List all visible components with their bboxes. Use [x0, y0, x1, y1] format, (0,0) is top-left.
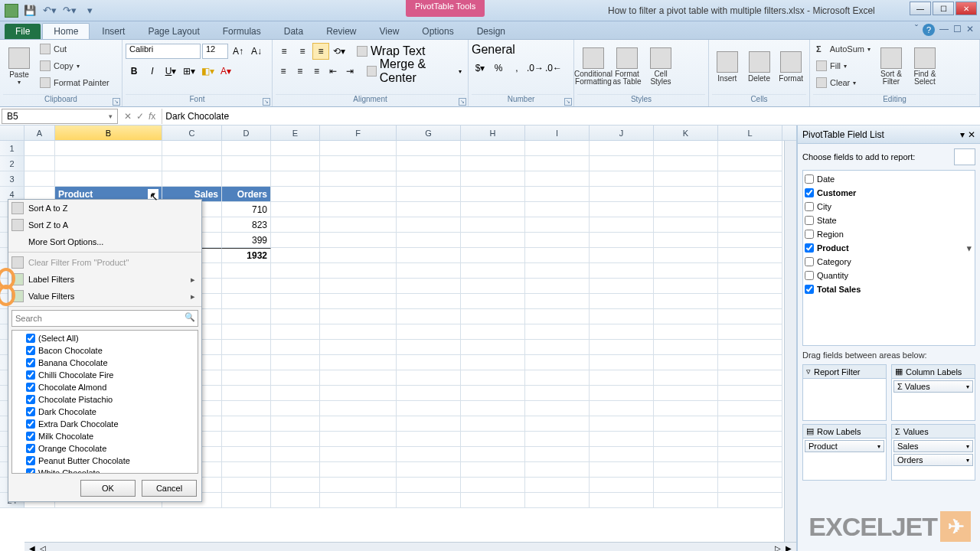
- format-painter-button[interactable]: Format Painter: [37, 75, 113, 90]
- cell[interactable]: [320, 156, 397, 171]
- cell[interactable]: [320, 309, 397, 324]
- cell[interactable]: [222, 309, 271, 324]
- align-top-icon[interactable]: ≡: [276, 43, 292, 60]
- cell[interactable]: [525, 279, 590, 294]
- cell[interactable]: [718, 248, 782, 263]
- cell[interactable]: [654, 294, 718, 309]
- find-select-button[interactable]: Find & Select: [909, 41, 941, 92]
- cell[interactable]: [271, 493, 320, 508]
- field-list[interactable]: DateCustomerCityStateRegionProduct▾Categ…: [802, 170, 975, 346]
- cell[interactable]: [461, 355, 525, 370]
- comma-format-icon[interactable]: ,: [508, 60, 525, 77]
- field-checkbox[interactable]: [805, 257, 814, 266]
- cell[interactable]: [320, 401, 397, 416]
- cell[interactable]: [590, 171, 654, 187]
- align-right-icon[interactable]: ≡: [309, 63, 325, 80]
- cell[interactable]: [590, 416, 654, 432]
- cell[interactable]: [397, 386, 461, 401]
- cell[interactable]: [397, 141, 461, 156]
- cell[interactable]: [320, 386, 397, 401]
- cell[interactable]: [718, 171, 782, 187]
- cell[interactable]: [320, 233, 397, 248]
- field-list-dropdown-icon[interactable]: ▾: [960, 129, 965, 140]
- minimize-button[interactable]: —: [910, 2, 931, 15]
- tab-home[interactable]: Home: [42, 23, 90, 39]
- cell[interactable]: 823: [222, 217, 271, 233]
- column-header-K[interactable]: K: [654, 126, 718, 140]
- cell[interactable]: [654, 416, 718, 432]
- cell[interactable]: 1932: [222, 248, 271, 263]
- select-all-cell[interactable]: [0, 126, 24, 140]
- decrease-decimal-icon[interactable]: .0←: [545, 60, 562, 77]
- cell[interactable]: [590, 294, 654, 309]
- align-left-icon[interactable]: ≡: [276, 63, 291, 80]
- cell[interactable]: [525, 478, 590, 493]
- cell[interactable]: [525, 263, 590, 279]
- cell[interactable]: [590, 324, 654, 340]
- cell[interactable]: [24, 156, 55, 171]
- cell[interactable]: [461, 340, 525, 355]
- cell[interactable]: [525, 493, 590, 508]
- filter-item[interactable]: Orange Chocolate: [14, 442, 196, 455]
- field-city[interactable]: City: [805, 200, 973, 214]
- cell[interactable]: [654, 233, 718, 248]
- increase-font-icon[interactable]: A↑: [230, 43, 247, 60]
- cell[interactable]: [654, 187, 718, 202]
- cell[interactable]: [525, 340, 590, 355]
- sort-za-item[interactable]: Sort Z to A: [8, 217, 201, 233]
- fill-button[interactable]: Fill▾: [813, 58, 874, 73]
- values-dropzone[interactable]: Sales▾Orders▾: [891, 438, 975, 481]
- number-dialog-launcher[interactable]: ↘: [564, 98, 572, 106]
- field-checkbox[interactable]: [805, 285, 814, 294]
- font-name-combo[interactable]: Calibri: [126, 44, 201, 59]
- cell[interactable]: [320, 478, 397, 493]
- cell[interactable]: [461, 432, 525, 447]
- cell[interactable]: [654, 141, 718, 156]
- cell[interactable]: [271, 416, 320, 432]
- cell[interactable]: [718, 493, 782, 508]
- cell[interactable]: [718, 478, 782, 493]
- field-quantity[interactable]: Quantity: [805, 269, 973, 282]
- cell[interactable]: [320, 279, 397, 294]
- column-header-D[interactable]: D: [222, 126, 271, 140]
- decrease-indent-icon[interactable]: ⇤: [325, 63, 341, 80]
- cell[interactable]: [654, 279, 718, 294]
- filter-item-checkbox[interactable]: [26, 444, 35, 453]
- filter-item-checkbox[interactable]: [26, 456, 35, 465]
- cell[interactable]: [397, 156, 461, 171]
- merge-center-button[interactable]: Merge & Center▾: [364, 64, 465, 79]
- cell[interactable]: [525, 141, 590, 156]
- cell[interactable]: [590, 141, 654, 156]
- cell[interactable]: [590, 248, 654, 263]
- cell[interactable]: [525, 401, 590, 416]
- field-customer[interactable]: Customer: [805, 186, 973, 200]
- cell[interactable]: [24, 171, 55, 187]
- cell[interactable]: [718, 309, 782, 324]
- cell[interactable]: [718, 340, 782, 355]
- cell[interactable]: [461, 187, 525, 202]
- cell[interactable]: [461, 233, 525, 248]
- column-pill-values[interactable]: Σ Values▾: [893, 380, 973, 393]
- cell[interactable]: [590, 447, 654, 462]
- column-header-B[interactable]: B: [55, 126, 162, 140]
- filter-item-checkbox[interactable]: [26, 334, 35, 343]
- field-list-close-icon[interactable]: ✕: [968, 129, 975, 140]
- filter-item-checkbox[interactable]: [26, 468, 35, 474]
- cell[interactable]: [654, 370, 718, 386]
- filter-item-checkbox[interactable]: [26, 395, 35, 404]
- field-checkbox[interactable]: [805, 271, 814, 280]
- cell[interactable]: [461, 416, 525, 432]
- cancel-formula-icon[interactable]: ✕: [124, 111, 132, 122]
- cell[interactable]: [55, 156, 162, 171]
- cell[interactable]: [397, 355, 461, 370]
- cell[interactable]: [397, 187, 461, 202]
- cell[interactable]: [590, 233, 654, 248]
- cell[interactable]: [590, 340, 654, 355]
- cell[interactable]: [718, 156, 782, 171]
- clear-filter-item[interactable]: Clear Filter From "Product": [8, 254, 201, 271]
- cell[interactable]: [525, 202, 590, 217]
- cell[interactable]: [222, 432, 271, 447]
- cell[interactable]: [525, 432, 590, 447]
- filter-search-input[interactable]: [11, 310, 198, 327]
- tab-view[interactable]: View: [369, 24, 410, 39]
